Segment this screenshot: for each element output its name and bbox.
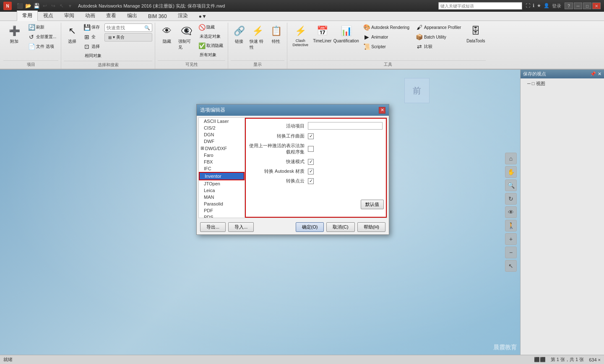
nav-cube[interactable]: 前 (404, 78, 430, 103)
tab-output[interactable]: 编出 (122, 10, 143, 21)
qa-dropdown[interactable]: ▾ (66, 2, 74, 10)
default-value-btn[interactable]: 默认值 (361, 200, 384, 209)
unhide-all-btn[interactable]: ✅ 取消隐藏 (196, 41, 225, 50)
help-btn[interactable]: ? (565, 3, 573, 9)
search-icon[interactable]: 🔍 (144, 25, 150, 31)
tree-dwf[interactable]: DWF (199, 138, 245, 145)
cancel-btn[interactable]: 取消(C) (326, 222, 354, 232)
maximize-btn[interactable]: □ (583, 3, 591, 9)
dialog-close-btn[interactable]: ✕ (379, 107, 385, 114)
tab-viewpoint[interactable]: 视点 (38, 10, 59, 21)
quick-props-btn[interactable]: ⚡ 快速 特性 (248, 23, 267, 52)
zoom-extents-btn[interactable]: ⌂ (505, 153, 517, 164)
quick-mode-checkbox[interactable] (308, 159, 314, 165)
appearance-profiler-btn[interactable]: 🖌 Appearance Profiler (414, 23, 463, 32)
tree-fbx[interactable]: FBX (199, 159, 245, 165)
find-btn[interactable]: ⊞ ▾ 美合 (104, 33, 152, 42)
refresh-btn[interactable]: 🔄 刷新 (26, 23, 58, 32)
related-select-btn[interactable]: ⊡ 选择 (81, 42, 104, 51)
zoom-out-btn[interactable]: − (505, 247, 517, 258)
zoom-btn[interactable]: 🔍 (505, 179, 517, 191)
info-icon[interactable]: ℹ (533, 3, 534, 9)
tab-render[interactable]: 渲染 (172, 10, 193, 21)
tree-man[interactable]: MAN (199, 194, 245, 200)
select-btn[interactable]: ↖ 选择 (64, 23, 81, 46)
select-nav-btn[interactable]: ↖ (505, 260, 517, 272)
tree-parasolid[interactable]: Parasolid (199, 200, 245, 207)
login-label[interactable]: 登录 (552, 3, 561, 9)
tab-more[interactable]: ●▼ (193, 12, 212, 21)
tab-review[interactable]: 审阅 (59, 10, 80, 21)
walk-btn[interactable]: 🚶 (505, 220, 517, 231)
timeliner-btn[interactable]: 📅 TimeLiner (312, 23, 333, 45)
close-btn[interactable]: ✕ (592, 3, 601, 9)
save-select-btn[interactable]: 💾 保存 (81, 23, 104, 32)
forced-visible-btn[interactable]: 👁‍🗨 强制可见 (177, 23, 195, 52)
qa-redo[interactable]: ↪ (49, 2, 57, 10)
compare-btn[interactable]: ⇄ 比较 (414, 42, 463, 51)
convert-surfaces-checkbox[interactable] (308, 133, 314, 139)
tree-dgn[interactable]: DGN (199, 131, 245, 138)
autodesk-rendering-btn[interactable]: 🎨 Autodesk Rendering (361, 23, 411, 32)
qa-select[interactable]: ↖ (58, 2, 65, 10)
scripter-btn[interactable]: 📜 Scripter (361, 42, 411, 51)
user-icon[interactable]: 👤 (544, 3, 549, 9)
hide-btn[interactable]: 👁 隐藏 (158, 23, 176, 46)
quick-find-input[interactable] (107, 25, 144, 30)
use-last-loader-checkbox[interactable] (308, 146, 314, 152)
tab-home[interactable]: 常用 (17, 10, 38, 21)
viewpoint-tree-item[interactable]: ─ □ 视图 (522, 80, 602, 87)
dialog-title-bar: 选项编辑器 ✕ (197, 104, 389, 116)
related-select-sub[interactable]: 相同对象 (81, 52, 104, 60)
orbit-btn[interactable]: ↻ (505, 193, 517, 205)
tree-cis2[interactable]: CIS/2 (199, 125, 245, 131)
tree-pds[interactable]: PDS (199, 214, 245, 218)
active-project-input[interactable] (308, 122, 383, 130)
all-select-btn[interactable]: ⊞ 全 (81, 32, 104, 42)
file-options-btn[interactable]: 📄 文件 选项 (26, 42, 58, 51)
clash-detective-btn[interactable]: ⚡ ClashDetective (290, 23, 311, 49)
ok-btn[interactable]: 确定(O) (296, 222, 324, 232)
qa-open[interactable]: 📂 (24, 2, 32, 10)
look-btn[interactable]: 👁 (505, 206, 517, 218)
properties-btn[interactable]: 📋 特性 (268, 23, 284, 46)
tab-animation[interactable]: 动画 (80, 10, 101, 21)
convert-materials-checkbox[interactable] (308, 169, 314, 174)
unhide-all-sub[interactable]: 所有对象 (196, 51, 225, 59)
right-panel-close-btn[interactable]: ✕ (598, 71, 601, 77)
export-btn[interactable]: 导出... (200, 222, 226, 232)
fullscreen-icon[interactable]: ⛶ (526, 3, 530, 9)
tree-leica[interactable]: Leica (199, 187, 245, 194)
tree-pdf[interactable]: PDF (199, 207, 245, 214)
batch-utility-btn[interactable]: 📦 Batch Utility (414, 32, 463, 42)
hide-unselected-btn[interactable]: 🚫 隐藏 (196, 23, 225, 32)
global-search-input[interactable] (438, 2, 522, 10)
hide-unselected-sub[interactable]: 未选定对象 (196, 32, 225, 41)
quantification-btn[interactable]: 📊 Quantification (333, 23, 359, 45)
tab-view[interactable]: 查看 (101, 10, 122, 21)
convert-pointcloud-checkbox[interactable] (308, 178, 314, 184)
options-dialog[interactable]: 选项编辑器 ✕ ASCII Laser CIS/2 DGN DWF ⊞ DWG/… (196, 104, 389, 235)
tree-ifc[interactable]: IFC (199, 165, 245, 172)
help-btn[interactable]: 帮助(H) (357, 222, 385, 232)
animator-btn[interactable]: ▶ Animator (361, 32, 411, 42)
tree-ascii-laser[interactable]: ASCII Laser (199, 118, 245, 125)
star-icon[interactable]: ★ (537, 3, 541, 9)
right-panel-pin-btn[interactable]: 📌 (590, 71, 596, 77)
pan-btn[interactable]: ✋ (505, 166, 517, 178)
tree-dwgdxf[interactable]: ⊞ DWG/DXF (199, 145, 245, 152)
minimize-btn[interactable]: ─ (574, 3, 582, 9)
tab-bim360[interactable]: BIM 360 (143, 12, 172, 21)
tree-faro[interactable]: Faro (199, 152, 245, 159)
zoom-in-btn[interactable]: + (505, 233, 517, 245)
add-btn[interactable]: ➕ 附加 (3, 23, 25, 46)
qa-save[interactable]: 💾 (33, 2, 40, 10)
reload-btn[interactable]: ↺ 全部重置... (26, 32, 58, 42)
datatools-btn[interactable]: 🗄 DataTools (466, 23, 486, 45)
import-btn[interactable]: 导入... (228, 222, 254, 232)
qa-undo[interactable]: ↩ (41, 2, 49, 10)
tree-inventor[interactable]: Inventor (199, 172, 245, 180)
link-btn[interactable]: 🔗 链接 (231, 23, 247, 46)
qa-new[interactable]: ⬛ (16, 2, 23, 10)
tree-jtopen[interactable]: JTOpen (199, 180, 245, 187)
